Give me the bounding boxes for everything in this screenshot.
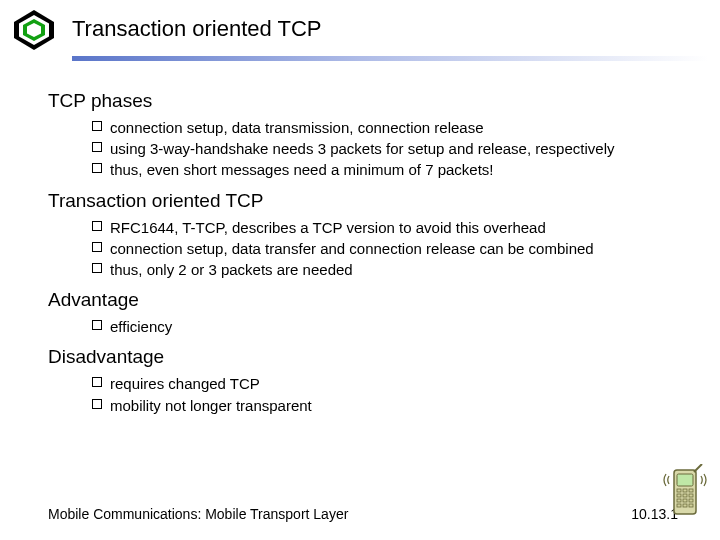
- header-divider: [72, 56, 708, 61]
- slide-footer: Mobile Communications: Mobile Transport …: [48, 506, 678, 522]
- bullet-list: efficiency: [92, 317, 678, 336]
- footer-left: Mobile Communications: Mobile Transport …: [48, 506, 348, 522]
- bullet-text: thus, only 2 or 3 packets are needed: [110, 260, 353, 279]
- square-bullet-icon: [92, 163, 102, 173]
- svg-rect-14: [689, 499, 693, 502]
- svg-rect-12: [677, 499, 681, 502]
- svg-rect-16: [683, 504, 687, 507]
- slide-body: TCP phases connection setup, data transm…: [48, 80, 678, 421]
- svg-rect-8: [689, 489, 693, 492]
- list-item: thus, only 2 or 3 packets are needed: [92, 260, 678, 279]
- slide-title: Transaction oriented TCP: [72, 16, 321, 42]
- square-bullet-icon: [92, 142, 102, 152]
- mobile-phone-icon: [660, 464, 710, 526]
- bullet-list: connection setup, data transmission, con…: [92, 118, 678, 180]
- list-item: requires changed TCP: [92, 374, 678, 393]
- svg-rect-15: [677, 504, 681, 507]
- slide: Transaction oriented TCP TCP phases conn…: [0, 0, 720, 540]
- list-item: mobility not longer transparent: [92, 396, 678, 415]
- list-item: connection setup, data transmission, con…: [92, 118, 678, 137]
- bullet-list: RFC1644, T-TCP, describes a TCP version …: [92, 218, 678, 280]
- list-item: RFC1644, T-TCP, describes a TCP version …: [92, 218, 678, 237]
- list-item: thus, even short messages need a minimum…: [92, 160, 678, 179]
- svg-rect-9: [677, 494, 681, 497]
- svg-rect-11: [689, 494, 693, 497]
- bullet-text: mobility not longer transparent: [110, 396, 312, 415]
- section-heading: TCP phases: [48, 90, 678, 112]
- svg-line-18: [694, 464, 702, 472]
- square-bullet-icon: [92, 399, 102, 409]
- slide-header: Transaction oriented TCP: [0, 0, 720, 56]
- svg-rect-17: [689, 504, 693, 507]
- list-item: connection setup, data transfer and conn…: [92, 239, 678, 258]
- bullet-text: connection setup, data transfer and conn…: [110, 239, 594, 258]
- bullet-text: efficiency: [110, 317, 172, 336]
- list-item: efficiency: [92, 317, 678, 336]
- logo-icon: [14, 10, 54, 54]
- bullet-text: using 3-way-handshake needs 3 packets fo…: [110, 139, 614, 158]
- svg-rect-10: [683, 494, 687, 497]
- square-bullet-icon: [92, 121, 102, 131]
- bullet-list: requires changed TCP mobility not longer…: [92, 374, 678, 414]
- svg-rect-5: [677, 474, 693, 486]
- section-heading: Transaction oriented TCP: [48, 190, 678, 212]
- list-item: using 3-way-handshake needs 3 packets fo…: [92, 139, 678, 158]
- svg-rect-13: [683, 499, 687, 502]
- section-heading: Disadvantage: [48, 346, 678, 368]
- bullet-text: thus, even short messages need a minimum…: [110, 160, 494, 179]
- square-bullet-icon: [92, 320, 102, 330]
- section-heading: Advantage: [48, 289, 678, 311]
- bullet-text: connection setup, data transmission, con…: [110, 118, 484, 137]
- square-bullet-icon: [92, 221, 102, 231]
- bullet-text: requires changed TCP: [110, 374, 260, 393]
- square-bullet-icon: [92, 377, 102, 387]
- svg-rect-6: [677, 489, 681, 492]
- square-bullet-icon: [92, 263, 102, 273]
- square-bullet-icon: [92, 242, 102, 252]
- svg-rect-7: [683, 489, 687, 492]
- bullet-text: RFC1644, T-TCP, describes a TCP version …: [110, 218, 546, 237]
